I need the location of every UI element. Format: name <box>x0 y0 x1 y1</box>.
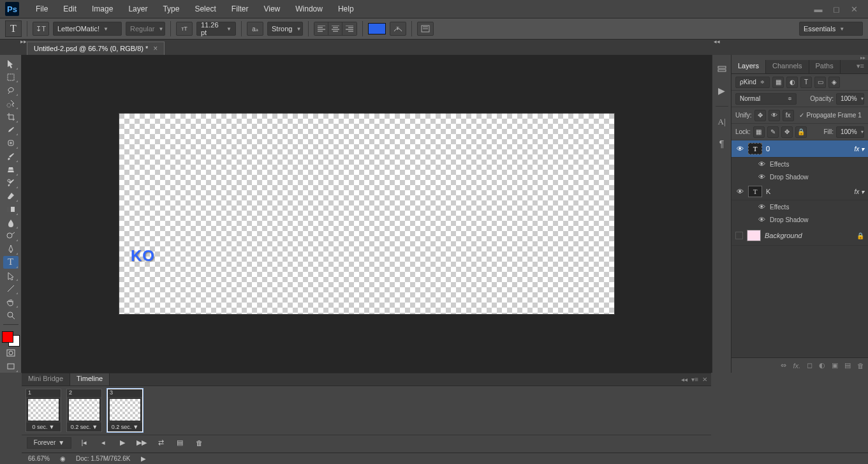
panel-menu-icon[interactable]: ▾≡ <box>853 60 868 73</box>
unify-visibility-icon[interactable]: 👁 <box>769 110 780 121</box>
lock-position-icon[interactable]: ✥ <box>781 126 793 138</box>
layer-dropshadow-row[interactable]: 👁Drop Shadow <box>732 170 868 183</box>
unify-style-icon[interactable]: fx <box>783 110 794 121</box>
unify-position-icon[interactable]: ✥ <box>754 110 766 121</box>
filter-type-icon[interactable]: T <box>800 77 812 88</box>
layer-effects-row[interactable]: 👁Effects <box>732 158 868 170</box>
paragraph-panel-icon[interactable]: ¶ <box>716 137 728 150</box>
align-right-button[interactable] <box>342 22 357 35</box>
history-panel-icon[interactable] <box>716 63 728 75</box>
text-color-swatch[interactable] <box>368 23 386 34</box>
healing-brush-tool[interactable] <box>3 137 18 149</box>
eraser-tool[interactable] <box>3 190 18 202</box>
menu-image[interactable]: Image <box>84 2 121 16</box>
current-tool-icon[interactable]: T <box>5 20 22 37</box>
filter-shape-icon[interactable]: ▭ <box>814 77 826 88</box>
tween-button[interactable]: ⇄ <box>154 437 167 449</box>
visibility-toggle[interactable] <box>735 232 743 239</box>
frame-1[interactable]: 1 0 sec. ▼ <box>26 389 61 432</box>
opacity-input[interactable]: 100%▾ <box>836 93 864 105</box>
align-left-button[interactable] <box>314 22 328 35</box>
first-frame-button[interactable]: |◂ <box>78 437 91 449</box>
zoom-tool[interactable] <box>3 309 18 322</box>
timeline-close-icon[interactable]: ✕ <box>702 376 707 383</box>
layer-dropshadow-row[interactable]: 👁Drop Shadow <box>732 213 868 226</box>
filter-smart-icon[interactable]: ◈ <box>828 77 840 88</box>
font-size-dropdown[interactable]: 11.26 pt▼ <box>196 22 236 36</box>
lasso-tool[interactable] <box>3 84 18 96</box>
canvas-area[interactable]: KO <box>22 55 712 373</box>
panel-collapse-arrows[interactable]: ▸▸ <box>732 55 868 60</box>
duplicate-frame-button[interactable]: ▤ <box>173 437 186 449</box>
menu-file[interactable]: File <box>28 2 55 16</box>
marquee-tool[interactable] <box>3 71 18 84</box>
type-tool[interactable]: T <box>3 256 18 269</box>
actions-panel-icon[interactable]: ▶ <box>716 84 728 97</box>
adjustment-layer-icon[interactable]: ◐ <box>819 361 825 370</box>
shape-tool[interactable] <box>3 282 18 295</box>
frame-delay[interactable]: 0.2 sec. ▼ <box>108 423 142 431</box>
visibility-toggle[interactable]: 👁 <box>735 144 744 153</box>
blend-mode-dropdown[interactable]: Normal≑ <box>735 93 797 105</box>
paths-tab[interactable]: Paths <box>809 60 841 73</box>
layer-item-background[interactable]: Background 🔒 <box>732 226 868 246</box>
window-minimize[interactable]: ▬ <box>809 3 827 15</box>
toolbox-collapse-toggle[interactable]: ▸▸ <box>20 38 27 45</box>
timeline-collapse-toggle[interactable]: ◂◂ <box>681 376 688 383</box>
clone-stamp-tool[interactable] <box>3 163 18 176</box>
gradient-tool[interactable] <box>3 203 18 216</box>
font-style-dropdown[interactable]: Regular▼ <box>126 22 165 36</box>
screen-mode-toggle[interactable] <box>3 360 18 373</box>
menu-edit[interactable]: Edit <box>55 2 84 16</box>
document-tab-close[interactable]: × <box>153 44 158 53</box>
filter-pixel-icon[interactable]: ▦ <box>772 77 784 88</box>
filter-adjustment-icon[interactable]: ◐ <box>786 77 798 88</box>
history-brush-tool[interactable] <box>3 177 18 190</box>
prev-frame-button[interactable]: ◂ <box>97 437 110 449</box>
fill-input[interactable]: 100%▾ <box>836 126 864 138</box>
canvas[interactable]: KO <box>119 113 615 315</box>
text-orientation-toggle[interactable]: ↧T <box>33 22 49 36</box>
new-layer-icon[interactable]: ▤ <box>844 361 851 370</box>
menu-select[interactable]: Select <box>187 2 223 16</box>
quick-selection-tool[interactable] <box>3 97 18 110</box>
menu-filter[interactable]: Filter <box>224 2 256 16</box>
frame-2[interactable]: 2 0.2 sec. ▼ <box>66 389 102 432</box>
zoom-level[interactable]: 66.67% <box>28 455 50 462</box>
anti-alias-dropdown[interactable]: Strong▼ <box>267 22 303 36</box>
pen-tool[interactable] <box>3 243 18 255</box>
group-icon[interactable]: ▣ <box>832 361 838 370</box>
menu-help[interactable]: Help <box>330 2 362 16</box>
menu-view[interactable]: View <box>256 2 288 16</box>
eyedropper-tool[interactable] <box>3 124 18 137</box>
character-panel-icon[interactable]: A| <box>716 116 728 128</box>
frame-delay[interactable]: 0.2 sec. ▼ <box>67 423 101 431</box>
link-layers-icon[interactable]: ⇔ <box>781 361 786 370</box>
foreground-background-colors[interactable] <box>2 331 20 347</box>
layer-effects-row[interactable]: 👁Effects <box>732 200 868 213</box>
delete-layer-icon[interactable]: 🗑 <box>857 362 864 370</box>
status-icon[interactable]: ◉ <box>60 455 66 462</box>
document-tab[interactable]: Untitled-2.psd @ 66.7% (0, RGB/8) * × <box>27 41 165 55</box>
menu-layer[interactable]: Layer <box>121 2 155 16</box>
layer-style-icon[interactable]: fx. <box>793 362 800 370</box>
layer-item-k[interactable]: 👁 T K fx ▾ <box>732 183 868 200</box>
timeline-tab[interactable]: Timeline <box>70 373 110 385</box>
propagate-frame-label[interactable]: Propagate Frame 1 <box>807 112 862 119</box>
move-tool[interactable] <box>3 57 18 70</box>
layer-item-0[interactable]: 👁 T 0 fx ▾ <box>732 140 868 158</box>
align-center-button[interactable] <box>328 22 342 35</box>
layer-mask-icon[interactable]: ◻ <box>807 361 813 370</box>
delete-frame-button[interactable]: 🗑 <box>193 437 205 449</box>
frame-3[interactable]: 3 0.2 sec. ▼ <box>107 389 143 432</box>
crop-tool[interactable] <box>3 110 18 123</box>
fx-indicator[interactable]: fx ▾ <box>854 146 864 153</box>
character-panel-button[interactable] <box>417 22 434 36</box>
timeline-menu-icon[interactable]: ▾≡ <box>691 376 698 383</box>
menu-window[interactable]: Window <box>288 2 330 16</box>
window-close[interactable]: ✕ <box>845 3 863 15</box>
quick-mask-toggle[interactable] <box>3 347 18 360</box>
workspace-switcher[interactable]: Essentials▼ <box>799 22 863 36</box>
dodge-tool[interactable] <box>3 230 18 243</box>
fx-indicator[interactable]: fx ▾ <box>854 188 864 195</box>
